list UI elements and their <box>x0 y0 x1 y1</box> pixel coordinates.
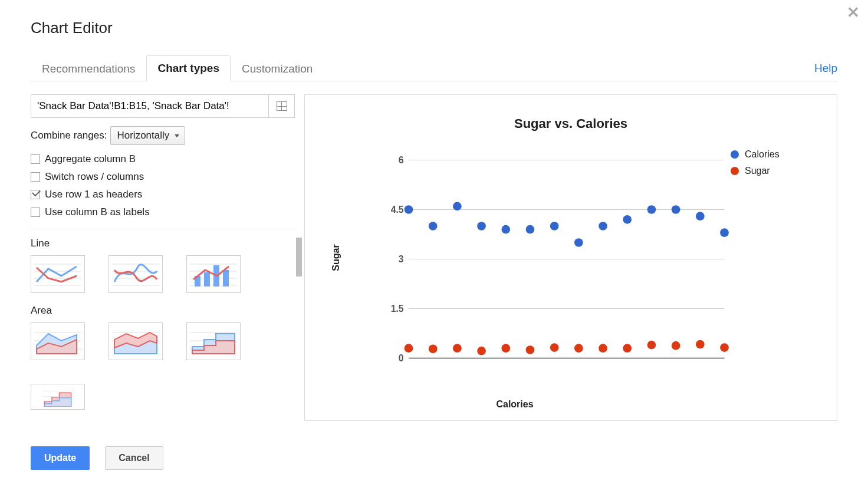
content-row: Combine ranges: Horizontally Aggregate c… <box>31 94 837 422</box>
svg-point-47 <box>453 202 462 211</box>
thumb-area-stacked[interactable] <box>108 322 163 360</box>
svg-point-55 <box>647 205 656 214</box>
area-thumbs <box>31 322 295 410</box>
cancel-button[interactable]: Cancel <box>105 446 163 470</box>
thumb-area-step[interactable] <box>186 322 241 360</box>
svg-point-50 <box>526 225 535 234</box>
select-range-button[interactable] <box>268 95 294 117</box>
data-range-input[interactable] <box>31 95 268 117</box>
scrollbar-thumb[interactable] <box>296 238 302 276</box>
svg-point-62 <box>477 347 486 355</box>
legend-item: Calories <box>731 149 819 160</box>
svg-text:0: 0 <box>399 353 404 363</box>
legend-label: Calories <box>745 149 780 160</box>
check-headers[interactable]: Use row 1 as headers <box>31 189 295 200</box>
svg-rect-15 <box>223 270 229 287</box>
svg-point-56 <box>672 205 680 214</box>
thumb-area-basic[interactable] <box>31 322 85 360</box>
svg-point-45 <box>405 205 413 214</box>
check-label: Use column B as labels <box>45 206 150 218</box>
legend-label: Sugar <box>745 166 770 176</box>
svg-point-70 <box>672 341 680 350</box>
legend-item: Sugar <box>731 166 819 176</box>
thumb-area-step2[interactable] <box>31 384 85 410</box>
combine-row: Combine ranges: Horizontally <box>31 126 295 145</box>
tab-chart-types[interactable]: Chart types <box>146 55 231 81</box>
update-button[interactable]: Update <box>31 446 90 470</box>
svg-point-72 <box>720 343 729 352</box>
svg-point-63 <box>501 344 510 353</box>
combine-label: Combine ranges: <box>31 130 107 141</box>
svg-point-65 <box>550 343 559 352</box>
svg-text:1.5: 1.5 <box>391 304 404 314</box>
svg-text:6: 6 <box>399 155 404 165</box>
svg-point-54 <box>623 215 632 224</box>
close-icon[interactable]: ✕ <box>847 4 860 22</box>
check-label: Aggregate column B <box>45 153 136 165</box>
svg-point-59 <box>405 344 413 353</box>
chart-ylabel: Sugar <box>331 244 341 271</box>
dialog-title: Chart Editor <box>31 19 837 37</box>
checkbox-icon <box>31 154 40 164</box>
chart-body: 01.534.56 Calories Sugar <box>350 146 819 385</box>
tab-row: Recommendations Chart types Customizatio… <box>31 55 837 81</box>
svg-point-71 <box>696 340 705 349</box>
thumb-line-smooth[interactable] <box>108 255 163 293</box>
svg-point-49 <box>501 225 510 234</box>
chart-preview: Sugar vs. Calories Sugar 01.534.56 Calor… <box>304 94 837 421</box>
dialog-footer: Update Cancel <box>31 446 163 470</box>
range-row <box>31 94 295 118</box>
thumb-line-basic[interactable] <box>31 255 85 293</box>
checkbox-group: Aggregate column B Switch rows / columns… <box>31 153 295 218</box>
svg-point-68 <box>623 344 632 353</box>
left-panel: Combine ranges: Horizontally Aggregate c… <box>31 94 295 422</box>
svg-point-60 <box>429 344 438 353</box>
svg-point-64 <box>526 345 535 354</box>
check-label: Switch rows / columns <box>45 171 144 183</box>
grid-icon <box>277 101 287 111</box>
chart-editor-dialog: ✕ Chart Editor Recommendations Chart typ… <box>0 0 868 484</box>
svg-point-66 <box>574 344 583 353</box>
chart-xlabel: Calories <box>305 399 725 410</box>
checkbox-icon <box>31 172 40 182</box>
divider <box>31 229 295 229</box>
svg-point-53 <box>599 222 607 231</box>
checkbox-icon <box>31 208 40 217</box>
svg-point-58 <box>720 228 729 237</box>
tab-customization[interactable]: Customization <box>231 56 324 81</box>
help-link[interactable]: Help <box>814 62 837 81</box>
legend-dot-icon <box>731 167 739 175</box>
thumb-combo[interactable] <box>186 255 241 293</box>
category-area-label: Area <box>31 305 295 317</box>
svg-point-52 <box>574 238 583 247</box>
chart-type-scroller: Line <box>31 238 295 410</box>
combine-select[interactable]: Horizontally <box>110 126 185 145</box>
legend-dot-icon <box>731 150 739 159</box>
svg-point-67 <box>599 344 607 353</box>
svg-point-48 <box>477 222 486 231</box>
svg-text:4.5: 4.5 <box>391 205 404 215</box>
checkbox-icon <box>31 190 40 199</box>
tab-recommendations[interactable]: Recommendations <box>31 56 146 81</box>
svg-point-69 <box>647 341 656 350</box>
svg-point-46 <box>429 222 438 231</box>
check-switch[interactable]: Switch rows / columns <box>31 171 295 183</box>
check-label: Use row 1 as headers <box>45 189 142 200</box>
svg-rect-13 <box>204 272 210 287</box>
chart-legend: Calories Sugar <box>731 146 819 385</box>
category-line-label: Line <box>31 238 295 249</box>
line-thumbs <box>31 255 295 293</box>
svg-text:3: 3 <box>399 254 404 264</box>
chart-plot-area: 01.534.56 <box>384 146 731 385</box>
check-labels[interactable]: Use column B as labels <box>31 206 295 218</box>
svg-point-51 <box>550 222 559 231</box>
svg-point-61 <box>453 344 462 353</box>
check-aggregate[interactable]: Aggregate column B <box>31 153 295 165</box>
chart-title: Sugar vs. Calories <box>305 116 837 131</box>
svg-point-57 <box>696 212 705 220</box>
